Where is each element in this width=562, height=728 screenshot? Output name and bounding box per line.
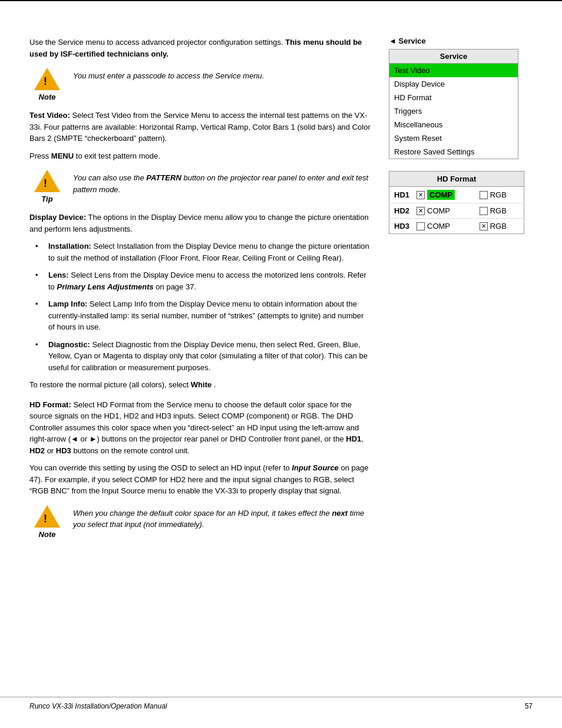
- hd-row-id-hd1: HD1: [389, 187, 415, 203]
- service-menu-item-6[interactable]: Restore Saved Settings: [389, 145, 518, 159]
- hd2-bold: HD2: [29, 446, 45, 455]
- comp-label-hd3: COMP: [427, 222, 450, 230]
- bullet-text-lamp: Select Lamp Info from the Display Device…: [48, 299, 363, 331]
- rgb-label-hd2: RGB: [490, 206, 507, 215]
- rgb-checkbox-hd2[interactable]: [480, 207, 488, 215]
- bullet-label-diagnostic: Diagnostic:: [48, 340, 90, 349]
- bullet-lamp-info: Lamp Info: Select Lamp Info from the Dis…: [41, 298, 371, 333]
- press-menu-bold: MENU: [51, 151, 74, 160]
- restore-end: .: [214, 380, 216, 389]
- hd-format-heading: HD Format:: [29, 400, 71, 409]
- comp-checkbox-hd1[interactable]: [416, 191, 425, 199]
- rgb-checkbox-hd3[interactable]: [480, 222, 488, 230]
- note-box-2: Note When you change the default color s…: [29, 505, 371, 539]
- hd-rgb-cell-hd3[interactable]: RGB: [477, 219, 524, 234]
- tip-icon: Tip: [29, 170, 65, 203]
- service-arrow-label: ◄ Service: [389, 37, 530, 45]
- display-device-section: Display Device: The options in the Displ…: [29, 212, 371, 391]
- footer-right: 57: [525, 702, 533, 710]
- bullet-text-diagnostic: Select Diagnostic from the Display Devic…: [48, 340, 368, 372]
- comp-label-hd1: COMP: [427, 190, 455, 200]
- intro-text: Use the Service menu to access advanced …: [29, 38, 283, 47]
- hd3-bold: HD3: [56, 446, 71, 455]
- test-video-section: Test Video: Select Test Video from the S…: [29, 110, 371, 162]
- note-box-1: Note You must enter a passcode to access…: [29, 68, 371, 101]
- hd-format-para1: HD Format: Select HD Format from the Ser…: [29, 399, 371, 457]
- bullet-label-lamp: Lamp Info:: [48, 299, 87, 308]
- service-menu-table: Service Test VideoDisplay DeviceHD Forma…: [389, 49, 518, 159]
- tip-text1: You can also use the: [73, 173, 144, 182]
- test-video-heading: Test Video:: [29, 111, 70, 120]
- bullet-lens: Lens: Select Lens from the Display Devic…: [41, 269, 371, 292]
- warning-triangle-tip: [34, 170, 60, 192]
- hd-format-row-hd3: HD3COMPRGB: [389, 219, 524, 234]
- note-label-1: Note: [39, 93, 56, 101]
- service-menu-item-5[interactable]: System Reset: [389, 131, 518, 145]
- press-menu-para: Press MENU to exit test pattern mode.: [29, 150, 371, 162]
- hd-comp-cell-hd1[interactable]: COMP: [414, 187, 477, 203]
- bullet-label-lens: Lens:: [48, 271, 69, 279]
- hd-rgb-cell-hd1[interactable]: RGB: [477, 187, 524, 203]
- test-video-para: Test Video: Select Test Video from the S…: [29, 110, 371, 144]
- tip-text: You can also use the PATTERN button on t…: [73, 170, 371, 195]
- hd-row-id-hd3: HD3: [389, 219, 415, 234]
- tip-label: Tip: [41, 195, 52, 203]
- hd-format-table: HD Format HD1COMPRGBHD2COMPRGBHD3COMPRGB: [389, 171, 524, 234]
- comp-label-hd2: COMP: [427, 206, 450, 215]
- hd-format-body: Select HD Format from the Service menu t…: [29, 400, 359, 444]
- rgb-label-hd1: RGB: [490, 190, 507, 199]
- service-menu-item-0[interactable]: Test Video: [389, 64, 518, 78]
- bullet-text-installation: Select Installation from the Display Dev…: [48, 242, 369, 262]
- input-source-link: Input Source: [292, 463, 338, 472]
- service-menu-item-1[interactable]: Display Device: [389, 77, 518, 91]
- tip-box: Tip You can also use the PATTERN button …: [29, 170, 371, 203]
- warning-triangle-2: [34, 505, 60, 528]
- bullet-installation: Installation: Select Installation from t…: [41, 241, 371, 263]
- hd-format-row-hd2: HD2COMPRGB: [389, 203, 524, 219]
- left-column: Use the Service menu to access advanced …: [29, 37, 371, 547]
- hd-format-body2: buttons on the remote control unit.: [73, 446, 189, 455]
- service-menu-item-3[interactable]: Triggers: [389, 104, 518, 118]
- note-text-1: You must enter a passcode to access the …: [73, 68, 371, 82]
- tip-bold: PATTERN: [146, 173, 181, 182]
- bullet-lens-bold: Primary Lens Adjustments: [57, 282, 153, 291]
- hd-format-section: HD Format: Select HD Format from the Ser…: [29, 399, 371, 497]
- restore-text1: To restore the normal picture (all color…: [29, 380, 189, 389]
- hd-row-id-hd2: HD2: [389, 203, 415, 219]
- bullet-label-installation: Installation:: [48, 242, 91, 251]
- restore-para: To restore the normal picture (all color…: [29, 379, 371, 391]
- press-menu-end: to exit test pattern mode.: [76, 151, 160, 160]
- display-device-para: Display Device: The options in the Displ…: [29, 212, 371, 235]
- service-menu-item-2[interactable]: HD Format: [389, 91, 518, 104]
- note-label-2: Note: [39, 530, 56, 539]
- footer: Runco VX-33i Installation/Operation Manu…: [0, 697, 562, 710]
- hd-format-table-header: HD Format: [389, 172, 524, 187]
- note2-bold: next: [332, 509, 348, 518]
- hd-comp-cell-hd3[interactable]: COMP: [414, 219, 477, 234]
- hd-format-para2-text1: You can override this setting by using t…: [29, 463, 290, 472]
- bullet-list: Installation: Select Installation from t…: [41, 241, 371, 373]
- hd1-bold: HD1: [346, 434, 361, 443]
- service-arrow-text: ◄ Service: [389, 37, 426, 45]
- press-menu-text: Press: [29, 151, 49, 160]
- note-icon-1: Note: [29, 68, 65, 101]
- warning-triangle-1: [34, 68, 60, 90]
- rgb-checkbox-hd1[interactable]: [480, 191, 488, 199]
- service-table-header: Service: [389, 50, 518, 64]
- hd-rgb-cell-hd2[interactable]: RGB: [477, 203, 524, 219]
- bullet-diagnostic: Diagnostic: Select Diagnostic from the D…: [41, 339, 371, 374]
- hd-comp-cell-hd2[interactable]: COMP: [414, 203, 477, 219]
- restore-bold: White: [191, 380, 211, 389]
- hd-format-para2: You can override this setting by using t…: [29, 462, 371, 497]
- display-device-heading: Display Device:: [29, 213, 86, 222]
- hd-format-row-hd1: HD1COMPRGB: [389, 187, 524, 203]
- comp-checkbox-hd3[interactable]: [416, 222, 425, 230]
- comp-checkbox-hd2[interactable]: [416, 207, 425, 215]
- note-icon-2: Note: [29, 505, 65, 539]
- right-column: ◄ Service Service Test VideoDisplay Devi…: [389, 37, 530, 547]
- footer-left: Runco VX-33i Installation/Operation Manu…: [29, 702, 167, 710]
- service-menu-item-4[interactable]: Miscellaneous: [389, 118, 518, 131]
- intro-paragraph: Use the Service menu to access advanced …: [29, 37, 371, 60]
- note2-text1: When you change the default color space …: [73, 509, 330, 518]
- rgb-label-hd3: RGB: [490, 222, 507, 230]
